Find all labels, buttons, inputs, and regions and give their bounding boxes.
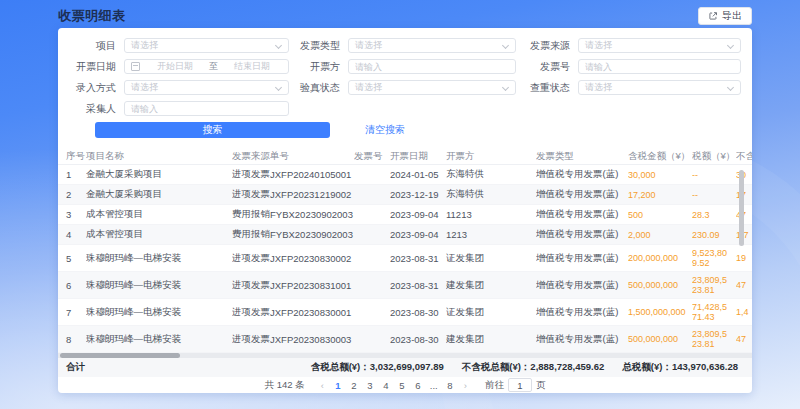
cell-date: 2023-09-04 <box>390 209 446 220</box>
clear-search-link[interactable]: 清空搜索 <box>365 123 405 137</box>
cell-source: 进项发票 <box>232 306 270 319</box>
cell-order_no: JXFP20230830002 <box>270 253 354 264</box>
cell-no: 2 <box>58 189 86 200</box>
page-number[interactable]: 4 <box>378 380 394 391</box>
search-button[interactable]: 搜索 <box>95 122 330 138</box>
date-separator: 至 <box>205 60 222 73</box>
export-button[interactable]: 导出 <box>698 7 752 25</box>
page-number[interactable]: 3 <box>362 380 378 391</box>
cell-issuer: 建发集团 <box>446 333 536 346</box>
content-card: 项目请选择发票类型请选择发票来源请选择开票日期开始日期至结束日期开票方发票号录入… <box>58 28 752 393</box>
page-numbers: 123456...8 <box>330 380 458 391</box>
page-number[interactable]: 6 <box>410 380 426 391</box>
cell-tax: 71,428,571.43 <box>692 302 736 322</box>
cell-no: 7 <box>58 307 86 318</box>
cell-amount_incl: 2,000 <box>628 230 692 240</box>
col-header-type: 发票类型 <box>536 150 628 163</box>
cell-date: 2023-08-30 <box>390 334 446 345</box>
dup-check-status-select[interactable]: 请选择 <box>578 80 741 95</box>
horizontal-scrollbar-thumb[interactable] <box>60 353 180 358</box>
horizontal-scrollbar[interactable] <box>58 353 752 358</box>
table-row[interactable]: 6珠穆朗玛峰—电梯安装进项发票JXFP202308310012023-08-31… <box>58 272 752 299</box>
cell-tax: 23,809,523.81 <box>692 275 736 295</box>
invoice-no-input[interactable] <box>585 62 734 72</box>
cell-source: 进项发票 <box>232 168 270 181</box>
table-row[interactable]: 1金融大厦采购项目进项发票JXFP202401050012024-01-05东海… <box>58 165 752 185</box>
export-button-label: 导出 <box>722 9 742 23</box>
table-row[interactable]: 7珠穆朗玛峰—电梯安装进项发票JXFP202308300012023-08-30… <box>58 299 752 326</box>
goto-page-input[interactable] <box>508 378 532 392</box>
project-select[interactable]: 请选择 <box>124 38 289 53</box>
collector-input[interactable] <box>131 104 282 114</box>
col-header-no: 序号 <box>58 150 86 163</box>
cell-issuer: 证发集团 <box>446 306 536 319</box>
prev-page-arrow[interactable]: ‹ <box>315 380 330 391</box>
filter-label-invoice-date: 开票日期 <box>64 60 124 74</box>
page-number[interactable]: 5 <box>394 380 410 391</box>
cell-no: 3 <box>58 209 86 220</box>
table-row[interactable]: 8珠穆朗玛峰—电梯安装进项发票JXFP202308300032023-08-30… <box>58 326 752 353</box>
cell-order_no: FYBX20230902003 <box>270 209 354 220</box>
summary-totals: 含税总额(¥)：3,032,699,097.89 不含税总额(¥)：2,888,… <box>311 361 752 374</box>
cell-project: 成本管控项目 <box>86 208 232 221</box>
table-row[interactable]: 2金融大厦采购项目进项发票JXFP202312190022023-12-19东海… <box>58 185 752 205</box>
cell-tax: 23,809,523.81 <box>692 329 736 349</box>
page-number[interactable]: 1 <box>330 380 346 391</box>
calendar-icon <box>131 62 140 71</box>
dup-check-status-placeholder: 请选择 <box>585 81 612 94</box>
filter-row: 采集人 <box>64 101 752 116</box>
cell-amount_incl: 1,500,000,000 <box>628 307 692 317</box>
date-start-placeholder: 开始日期 <box>145 60 205 73</box>
col-header-source: 发票来源 <box>232 150 270 163</box>
issuer-field <box>348 59 516 74</box>
entry-method-select[interactable]: 请选择 <box>124 80 289 95</box>
cell-project: 金融大厦采购项目 <box>86 188 232 201</box>
filter-label-invoice-type: 发票类型 <box>289 39 348 53</box>
next-page-arrow[interactable]: › <box>458 380 473 391</box>
page-number[interactable]: 8 <box>442 380 458 391</box>
invoice-type-select[interactable]: 请选择 <box>348 38 516 53</box>
cell-order_no: FYBX20230902003 <box>270 229 354 240</box>
cell-type: 增值税专用发票(蓝) <box>536 252 628 265</box>
cell-tax: -- <box>692 170 736 180</box>
filter-label-issuer: 开票方 <box>289 60 348 74</box>
cell-amount_incl: 500,000,000 <box>628 280 692 290</box>
export-icon <box>708 11 718 21</box>
cell-project: 金融大厦采购项目 <box>86 168 232 181</box>
cell-issuer: 东海特供 <box>446 168 536 181</box>
cell-type: 增值税专用发票(蓝) <box>536 188 628 201</box>
cell-date: 2024-01-05 <box>390 169 446 180</box>
col-header-project: 项目名称 <box>86 150 232 163</box>
filter-row: 开票日期开始日期至结束日期开票方发票号 <box>64 59 752 74</box>
table-row[interactable]: 5珠穆朗玛峰—电梯安装进项发票JXFP202308300022023-08-31… <box>58 245 752 272</box>
cell-date: 2023-12-19 <box>390 189 446 200</box>
verify-status-select[interactable]: 请选择 <box>348 80 516 95</box>
cell-order_no: JXFP20231219002 <box>270 189 354 200</box>
vertical-scrollbar-thumb[interactable] <box>739 170 744 246</box>
entry-method-placeholder: 请选择 <box>131 81 158 94</box>
filter-label-collector: 采集人 <box>64 102 124 116</box>
cell-source: 费用报销 <box>232 208 270 221</box>
table-row[interactable]: 4成本管控项目费用报销FYBX202309020032023-09-041213… <box>58 225 752 245</box>
invoice-date-range-picker[interactable]: 开始日期至结束日期 <box>124 59 289 74</box>
invoice-table: 序号项目名称发票来源单号发票号开票日期开票方发票类型含税金额（¥）税额（¥）不含… <box>58 148 752 358</box>
col-header-invoice_no: 发票号 <box>354 150 390 163</box>
col-header-amount_incl: 含税金额（¥） <box>628 150 692 163</box>
total-tax-value: 143,970,636.28 <box>672 361 738 372</box>
table-row[interactable]: 3成本管控项目费用报销FYBX202309020032023-09-041121… <box>58 205 752 225</box>
page-number[interactable]: 2 <box>346 380 362 391</box>
cell-order_no: JXFP20230830001 <box>270 307 354 318</box>
filter-label-invoice-no: 发票号 <box>516 60 578 74</box>
cell-order_no: JXFP20240105001 <box>270 169 354 180</box>
invoice-source-select[interactable]: 请选择 <box>578 38 741 53</box>
issuer-input[interactable] <box>355 62 509 72</box>
cell-project: 成本管控项目 <box>86 228 232 241</box>
total-excl-tax-value: 2,888,728,459.62 <box>530 361 604 372</box>
invoice-type-placeholder: 请选择 <box>355 39 382 52</box>
cell-date: 2023-09-04 <box>390 229 446 240</box>
invoice-no-field <box>578 59 741 74</box>
cell-issuer: 1213 <box>446 229 536 240</box>
cell-amount_excl: 47 <box>736 280 752 290</box>
chevron-down-icon <box>275 84 282 91</box>
col-header-order_no: 单号 <box>270 150 354 163</box>
